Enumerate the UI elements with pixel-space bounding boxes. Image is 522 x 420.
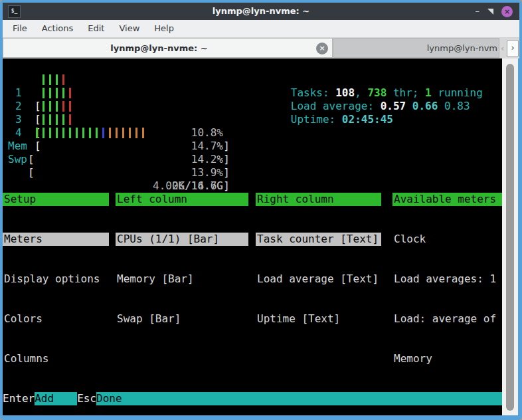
meter-tick	[49, 114, 51, 125]
cpu3-bar	[43, 101, 71, 112]
tab-close-icon[interactable]: ×	[316, 43, 328, 54]
right-column-panel: Right column Task counter [Text] Load av…	[256, 166, 381, 352]
available-meter-clock[interactable]: Clock	[392, 233, 502, 246]
cpu2-meter: 2 [ 14.7% ]	[3, 86, 231, 100]
meter-tick	[36, 128, 38, 138]
meter-tick	[102, 128, 104, 138]
meter-tick	[62, 128, 64, 138]
meter-tick	[96, 128, 98, 138]
panel-header-right-column: Right column	[256, 193, 381, 206]
meter-tick	[62, 88, 64, 98]
function-bar: Enter Add Esc Done	[3, 392, 502, 405]
uptime-summary: Uptime: 02:45:45	[252, 100, 393, 113]
fn-key-enter[interactable]: Enter	[3, 392, 35, 405]
panel-header-available-meters: Available meters	[392, 193, 502, 206]
tab-scroll-right-icon[interactable]: ›	[507, 40, 519, 57]
meter-tick	[56, 101, 58, 112]
panel-header-left-column: Left column	[116, 193, 248, 206]
right-col-item-task-counter[interactable]: Task counter [Text]	[256, 233, 381, 246]
uptime-label: Uptime:	[291, 113, 342, 126]
left-col-item-cpus[interactable]: CPUs (1/1) [Bar]	[116, 233, 248, 246]
setup-item-colors[interactable]: Colors	[3, 312, 109, 326]
available-meter-load-averages[interactable]: Load averages: 1	[392, 272, 502, 286]
meter-tick	[49, 128, 51, 138]
meter-tick	[122, 128, 124, 138]
menu-edit[interactable]: Edit	[80, 20, 112, 37]
terminal-app-icon: $_	[8, 5, 21, 18]
meter-tick	[43, 88, 44, 98]
terminal-window: $_ lynmp@lyn-nvme: ~ – × File Actions Ed…	[0, 0, 522, 420]
menubar: File Actions Edit View Help	[3, 20, 519, 38]
meter-tick	[129, 128, 131, 138]
meter-tick	[69, 114, 71, 125]
meter-tick	[56, 128, 58, 138]
tab-active-label: lynmp@lyn-nvme: ~	[3, 39, 315, 58]
panel-header-setup: Setup	[3, 193, 109, 206]
meter-tick	[69, 88, 71, 98]
meter-tick	[56, 74, 58, 85]
fn-key-esc[interactable]: Esc	[77, 392, 96, 405]
setup-item-display-options[interactable]: Display options	[3, 272, 109, 286]
cpu1-meter: 1 [ 10.8% ]	[3, 73, 231, 86]
available-meter-load-average-of[interactable]: Load: average of	[392, 312, 502, 326]
setup-item-columns[interactable]: Columns	[3, 352, 109, 366]
meter-tick	[49, 74, 51, 85]
available-meters-panel: Available meters Clock Load averages: 1 …	[392, 166, 502, 420]
meter-tick	[69, 128, 71, 138]
meter-tick	[43, 101, 44, 112]
minimize-button[interactable]: –	[476, 3, 480, 20]
meter-tick	[69, 101, 71, 112]
left-col-item-memory[interactable]: Memory [Bar]	[116, 272, 248, 286]
meter-bracket: ]	[223, 153, 230, 166]
tasks-summary: Tasks: 108, 738 thr; 1 running	[252, 73, 483, 86]
right-col-item-uptime[interactable]: Uptime [Text]	[256, 312, 381, 326]
meter-tick	[116, 128, 118, 138]
available-meter-memory[interactable]: Memory	[392, 352, 502, 366]
meter-tick	[43, 128, 44, 138]
memory-meter: Mem [ 4.02G/14.7G ]	[3, 126, 231, 140]
menu-view[interactable]: View	[112, 20, 147, 37]
meter-tick	[49, 88, 51, 98]
tab-inactive[interactable]: lynmp@lyn-nvm	[333, 38, 499, 58]
tab-inactive-label: lynmp@lyn-nvm	[334, 39, 497, 58]
window-title: lynmp@lyn-nvme: ~	[213, 3, 309, 20]
terminal-scrollbar[interactable]	[502, 58, 518, 415]
memory-bar	[36, 128, 144, 138]
cpu1-bar	[43, 74, 64, 85]
terminal-screen: 1 [ 10.8% ] 2 [ 14.7% ] 3 [ 14.2% ] 4 [ …	[3, 58, 502, 415]
menu-help[interactable]: Help	[147, 20, 181, 37]
tabbar: lynmp@lyn-nvme: ~ × lynmp@lyn-nvm ‹ ›	[3, 38, 519, 58]
menu-actions[interactable]: Actions	[35, 20, 81, 37]
scrollbar-thumb[interactable]	[506, 64, 514, 411]
uptime-value: 02:45:45	[342, 113, 393, 126]
window-controls: – ×	[476, 3, 513, 20]
meter-tick	[56, 88, 58, 98]
left-col-item-swap[interactable]: Swap [Bar]	[116, 312, 248, 326]
right-col-item-load-average[interactable]: Load average [Text]	[256, 272, 381, 286]
meter-tick	[62, 114, 64, 125]
setup-panel: Setup Meters Display options Colors Colu…	[3, 166, 109, 392]
cpu4-bar	[43, 114, 71, 125]
menu-file[interactable]: File	[5, 20, 35, 37]
meter-tick	[43, 74, 44, 85]
meter-tick	[56, 114, 58, 125]
swap-meter: Swp [ 0K/16.6G ]	[3, 140, 231, 153]
load-5min: 0.66	[412, 100, 444, 112]
fn-action-done[interactable]: Done	[96, 392, 502, 405]
close-button[interactable]: ×	[501, 6, 513, 17]
fn-action-add[interactable]: Add	[35, 392, 77, 405]
meter-tick	[142, 128, 144, 138]
meter-tick	[62, 74, 64, 85]
meter-tick	[89, 128, 91, 138]
titlebar[interactable]: $_ lynmp@lyn-nvme: ~ – ×	[3, 3, 519, 20]
setup-item-meters[interactable]: Meters	[3, 233, 109, 246]
meter-tick	[135, 128, 137, 138]
tab-scroll-left-icon[interactable]: ‹	[498, 43, 507, 53]
cpu4-meter: 4 [ 13.9% ]	[3, 113, 231, 126]
tab-active[interactable]: lynmp@lyn-nvme: ~ ×	[3, 38, 333, 58]
meter-tick	[62, 101, 64, 112]
meter-tick	[43, 114, 44, 125]
swap-label: Swp	[8, 153, 27, 166]
maximize-button[interactable]	[487, 9, 493, 15]
load-summary: Load average: 0.57 0.66 0.83	[252, 86, 470, 100]
